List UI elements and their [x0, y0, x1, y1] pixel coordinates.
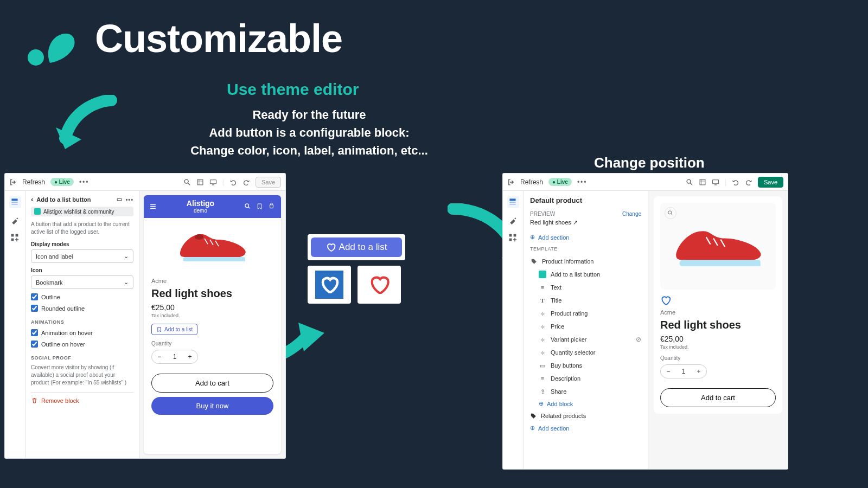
block-title[interactable]: TTitle [530, 294, 641, 307]
change-preview-link[interactable]: Change [622, 211, 641, 217]
block-buy-buttons[interactable]: ▭Buy buttons [530, 359, 641, 372]
cart-icon[interactable] [268, 203, 276, 210]
sections-rail-icon[interactable] [9, 196, 21, 208]
qty-value: 1 [676, 365, 691, 378]
block-price[interactable]: ⟡Price [530, 320, 641, 333]
bookmark-icon[interactable] [256, 203, 264, 210]
hero-subtitle: Use theme editor [227, 80, 359, 99]
rounded-outline-checkbox[interactable]: Rounded outline [31, 305, 133, 312]
editor-topbar: Refresh ● Live ••• | Save [5, 174, 285, 191]
display-modes-label: Display modes [31, 241, 133, 247]
search-icon[interactable] [244, 203, 252, 210]
display-modes-select[interactable]: Icon and label⌄ [31, 249, 133, 263]
viewport-selector-icon[interactable] [196, 178, 204, 186]
exit-icon[interactable] [507, 178, 515, 186]
svg-rect-9 [11, 239, 14, 241]
theme-settings-rail-icon[interactable] [508, 216, 518, 226]
tax-note: Tax included. [660, 344, 776, 350]
block-related-products[interactable]: Related products [530, 413, 641, 419]
tag-icon [530, 258, 538, 265]
buy-now-button[interactable]: Buy it now [151, 397, 273, 415]
block-rating[interactable]: ⟡Product rating [530, 307, 641, 320]
svg-rect-5 [11, 202, 17, 203]
external-link-icon[interactable]: ↗ [573, 219, 578, 226]
block-add-to-list[interactable]: Add to a list button [530, 268, 641, 281]
block-description[interactable]: ≡Description [530, 372, 641, 385]
add-to-list-button[interactable]: Add to a list [151, 324, 197, 335]
viewport-selector-icon[interactable] [699, 178, 706, 186]
menu-icon[interactable] [149, 203, 157, 210]
add-section-link[interactable]: ⊕Add section [530, 234, 641, 241]
template-title: Default product [530, 196, 641, 204]
block-more-icon[interactable]: ••• [125, 196, 133, 203]
save-button[interactable]: Save [256, 177, 281, 188]
quantity-icon: ⟡ [539, 349, 546, 356]
preview-label: PREVIEW [530, 211, 555, 217]
more-icon[interactable]: ••• [577, 178, 588, 186]
undo-icon[interactable] [229, 178, 237, 186]
search-icon[interactable] [183, 178, 191, 186]
svg-rect-19 [513, 234, 516, 237]
animation-hover-checkbox[interactable]: Animation on hover [31, 329, 133, 336]
quantity-stepper[interactable]: − 1 + [660, 364, 707, 378]
add-section-link-bottom[interactable]: ⊕Add section [530, 425, 641, 432]
more-icon[interactable]: ••• [79, 178, 90, 186]
block-quantity[interactable]: ⟡Quantity selector [530, 346, 641, 359]
redo-icon[interactable] [745, 178, 752, 186]
qty-minus[interactable]: − [152, 350, 167, 363]
preview-product-name: Red light shoes ↗ [530, 219, 641, 226]
hidden-icon[interactable]: ⊘ [636, 336, 641, 343]
buy-icon: ▭ [539, 362, 546, 369]
qty-plus[interactable]: + [182, 350, 197, 363]
refresh-link[interactable]: Refresh [22, 178, 45, 186]
preview-toggle-icon[interactable]: ▭ [117, 196, 122, 203]
hero-title: Customizable [95, 16, 342, 61]
mobile-header: Alistigodemo [144, 195, 281, 218]
apps-rail-icon[interactable] [10, 233, 20, 243]
trash-icon [31, 397, 38, 404]
template-section-label: TEMPLATE [530, 246, 641, 252]
quantity-stepper[interactable]: − 1 + [151, 350, 198, 364]
product-card-preview: Acme Red light shoes €25,00 Tax included… [654, 196, 782, 414]
tax-note: Tax included. [151, 313, 273, 318]
heart-icon [320, 275, 339, 294]
svg-rect-14 [712, 179, 718, 183]
search-icon[interactable] [686, 178, 693, 186]
remove-block-button[interactable]: Remove block [31, 392, 133, 404]
undo-icon[interactable] [732, 178, 739, 186]
add-to-cart-button[interactable]: Add to cart [660, 388, 776, 407]
plus-circle-icon: ⊕ [539, 400, 544, 407]
qty-minus[interactable]: − [661, 365, 676, 378]
product-title: Red light shoes [151, 287, 273, 300]
desktop-icon[interactable] [209, 178, 217, 186]
live-badge: ● Live [50, 178, 74, 186]
save-button[interactable]: Save [758, 177, 783, 188]
product-image [144, 218, 281, 272]
exit-icon[interactable] [9, 178, 17, 186]
apps-rail-icon[interactable] [508, 233, 518, 243]
refresh-link[interactable]: Refresh [520, 178, 543, 186]
theme-settings-rail-icon[interactable] [10, 216, 20, 226]
icon-select[interactable]: Bookmark⌄ [31, 275, 133, 289]
block-text[interactable]: ≡Text [530, 281, 641, 294]
desktop-icon[interactable] [712, 178, 719, 186]
outline-checkbox[interactable]: Outline [31, 293, 133, 300]
app-attribution-chip[interactable]: Alistigo: wishlist & community [31, 207, 133, 216]
text-icon: ≡ [539, 284, 546, 291]
block-variant-picker[interactable]: ⟡Variant picker⊘ [530, 333, 641, 346]
svg-rect-20 [509, 239, 512, 241]
zoom-icon[interactable] [665, 207, 676, 219]
title-icon: T [539, 297, 546, 304]
sections-rail-icon[interactable] [507, 196, 519, 208]
add-to-cart-button[interactable]: Add to cart [151, 374, 273, 393]
block-share[interactable]: ⇪Share [530, 385, 641, 398]
redo-icon[interactable] [242, 178, 250, 186]
live-preview-area: Alistigodemo Acme Red light shoes €25,00… [139, 191, 285, 458]
product-brand: Acme [660, 309, 776, 316]
qty-plus[interactable]: + [691, 365, 706, 378]
add-block-link[interactable]: ⊕Add block [530, 400, 641, 407]
block-product-information[interactable]: Product information [530, 255, 641, 268]
outline-hover-checkbox[interactable]: Outline on hover [31, 341, 133, 348]
wishlist-heart-icon[interactable] [660, 295, 776, 306]
back-chevron-icon[interactable]: ‹ [31, 195, 33, 203]
